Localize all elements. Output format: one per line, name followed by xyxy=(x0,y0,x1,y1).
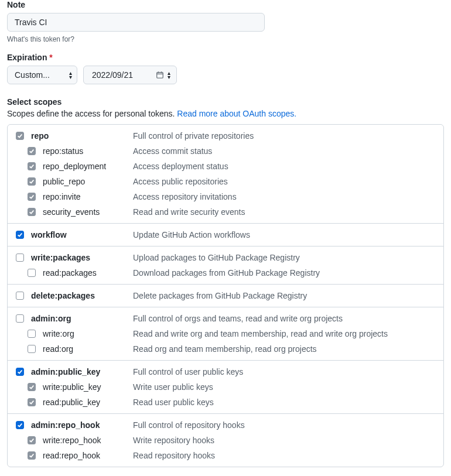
scope-checkbox-col xyxy=(25,269,43,277)
scope-checkbox-admin-repo-hook[interactable] xyxy=(16,421,24,429)
scope-group: admin:orgFull control of orgs and teams,… xyxy=(8,307,443,361)
scope-checkbox-col xyxy=(13,421,31,429)
scopes-desc-text: Scopes define the access for personal to… xyxy=(7,109,177,118)
expiration-label-text: Expiration xyxy=(7,53,47,62)
scope-desc: Read and write security events xyxy=(131,207,438,217)
date-input-icons: ▴▾ xyxy=(156,71,170,79)
scope-desc: Read org and team membership, read org p… xyxy=(131,344,438,354)
scope-name: public_repo xyxy=(43,177,131,186)
scope-desc: Read repository hooks xyxy=(131,451,438,460)
scope-name: read:packages xyxy=(43,268,131,278)
scope-checkbox-read-repo-hook xyxy=(28,451,36,460)
expiration-mode-select[interactable]: Custom... ▴▾ xyxy=(7,66,77,84)
scope-row-child: read:public_keyRead user public keys xyxy=(8,395,443,410)
scope-group: delete:packagesDelete packages from GitH… xyxy=(8,285,443,307)
scope-desc: Update GitHub Action workflows xyxy=(131,230,438,239)
scope-checkbox-admin-org[interactable] xyxy=(16,314,24,323)
scope-name: read:org xyxy=(43,344,131,354)
expiration-mode-value: Custom... xyxy=(15,70,50,80)
scope-name: read:public_key xyxy=(43,398,131,407)
scope-checkbox-col xyxy=(25,345,43,353)
required-mark: * xyxy=(49,53,52,62)
scope-group: write:packagesUpload packages to GitHub … xyxy=(8,246,443,285)
scope-checkbox-public-repo xyxy=(28,177,36,186)
oauth-scopes-link[interactable]: Read more about OAuth scopes. xyxy=(177,109,296,118)
scope-desc: Full control of orgs and teams, read and… xyxy=(131,314,438,323)
scope-row-child: read:packagesDownload packages from GitH… xyxy=(8,265,443,280)
scope-desc: Read user public keys xyxy=(131,398,438,407)
scope-checkbox-col xyxy=(25,147,43,155)
scope-checkbox-delete-packages[interactable] xyxy=(16,292,24,300)
scope-name: workflow xyxy=(31,230,131,239)
scope-name: write:repo_hook xyxy=(43,436,131,445)
scope-name: admin:org xyxy=(31,314,131,323)
scope-desc: Access public repositories xyxy=(131,177,438,186)
scope-row-child: write:repo_hookWrite repository hooks xyxy=(8,433,443,448)
scope-row-parent: admin:orgFull control of orgs and teams,… xyxy=(8,311,443,326)
scope-checkbox-col xyxy=(25,436,43,444)
scope-checkbox-read-public-key xyxy=(28,398,36,406)
scope-checkbox-col xyxy=(25,208,43,216)
scope-checkbox-repo-status xyxy=(28,147,36,155)
scope-row-child: write:orgRead and write org and team mem… xyxy=(8,326,443,341)
scope-desc: Write repository hooks xyxy=(131,436,438,445)
scope-checkbox-read-packages[interactable] xyxy=(28,269,36,277)
scope-group: admin:repo_hookFull control of repositor… xyxy=(8,414,443,467)
scope-group: admin:public_keyFull control of user pub… xyxy=(8,361,443,414)
scope-row-child: repo:inviteAccess repository invitations xyxy=(8,189,443,204)
scope-row-parent: admin:public_keyFull control of user pub… xyxy=(8,364,443,379)
scope-checkbox-col xyxy=(25,162,43,170)
scope-checkbox-col xyxy=(25,177,43,186)
scope-checkbox-col xyxy=(25,451,43,460)
scope-name: security_events xyxy=(43,207,131,217)
scope-row-parent: delete:packagesDelete packages from GitH… xyxy=(8,288,443,303)
expiration-group: Expiration * Custom... ▴▾ 2022/09/21 ▴▾ xyxy=(7,53,444,84)
scope-name: repo xyxy=(31,131,131,141)
scope-checkbox-repo xyxy=(16,132,24,140)
scope-checkbox-col xyxy=(13,231,31,239)
date-updown-icon: ▴▾ xyxy=(168,71,170,79)
scope-row-parent: admin:repo_hookFull control of repositor… xyxy=(8,417,443,433)
scope-name: write:public_key xyxy=(43,382,131,392)
scope-checkbox-col xyxy=(13,254,31,262)
scope-checkbox-col xyxy=(25,398,43,406)
scope-desc: Upload packages to GitHub Package Regist… xyxy=(131,253,438,262)
scope-row-parent: repoFull control of private repositories xyxy=(8,128,443,143)
scope-name: write:org xyxy=(43,329,131,338)
scope-name: repo:invite xyxy=(43,192,131,201)
scope-desc: Read and write org and team membership, … xyxy=(131,329,438,338)
scopes-description: Scopes define the access for personal to… xyxy=(7,109,444,118)
scope-name: admin:public_key xyxy=(31,367,131,376)
scope-checkbox-col xyxy=(13,292,31,300)
scope-desc: Full control of user public keys xyxy=(131,367,438,376)
note-group: Note What's this token for? xyxy=(7,0,444,43)
scope-checkbox-col xyxy=(13,132,31,140)
scope-row-child: read:orgRead org and team membership, re… xyxy=(8,341,443,357)
scope-name: admin:repo_hook xyxy=(31,420,131,430)
scope-row-child: security_eventsRead and write security e… xyxy=(8,204,443,220)
scope-name: delete:packages xyxy=(31,291,131,300)
scope-checkbox-admin-public-key[interactable] xyxy=(16,368,24,376)
scope-checkbox-col xyxy=(25,193,43,201)
note-label: Note xyxy=(7,0,444,9)
svg-rect-0 xyxy=(157,73,163,78)
scope-desc: Full control of repository hooks xyxy=(131,420,438,430)
scope-name: repo:status xyxy=(43,146,131,156)
scope-checkbox-write-packages[interactable] xyxy=(16,254,24,262)
note-input[interactable] xyxy=(7,13,265,32)
scope-checkbox-write-repo-hook xyxy=(28,436,36,444)
calendar-icon xyxy=(156,71,164,79)
scope-checkbox-col xyxy=(25,383,43,391)
expiration-date-input[interactable]: 2022/09/21 ▴▾ xyxy=(83,66,177,84)
scope-checkbox-write-org[interactable] xyxy=(28,330,36,338)
scope-checkbox-col xyxy=(25,330,43,338)
scope-checkbox-workflow[interactable] xyxy=(16,231,24,239)
expiration-date-value: 2022/09/21 xyxy=(92,70,133,80)
scope-desc: Download packages from GitHub Package Re… xyxy=(131,268,438,278)
scope-desc: Full control of private repositories xyxy=(131,131,438,141)
scope-row-parent: write:packagesUpload packages to GitHub … xyxy=(8,250,443,265)
scope-desc: Access deployment status xyxy=(131,162,438,171)
scope-checkbox-read-org[interactable] xyxy=(28,345,36,353)
scope-row-child: repo_deploymentAccess deployment status xyxy=(8,159,443,174)
scope-checkbox-repo-invite xyxy=(28,193,36,201)
